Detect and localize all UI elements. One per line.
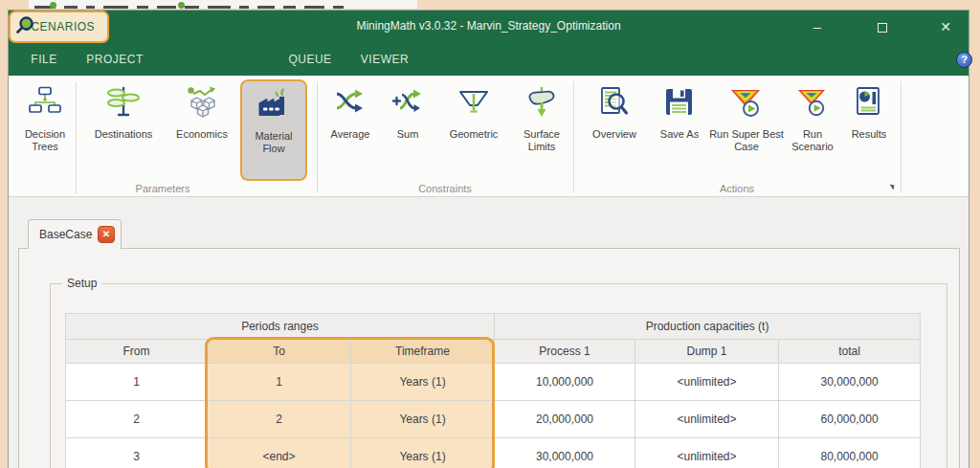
ribbon-group-parameters: Decision Trees Destinations bbox=[9, 76, 317, 197]
material-flow-label: Material Flow bbox=[244, 130, 303, 155]
cell-process-1[interactable]: 10,000,000 bbox=[495, 364, 635, 401]
save-as-label: Save As bbox=[660, 128, 699, 141]
table-row: 3 <end> Years (1) 30,000,000 <unlimited>… bbox=[66, 438, 921, 468]
maximize-icon bbox=[878, 23, 887, 33]
ribbon-separator bbox=[76, 81, 77, 194]
periods-capacities-grid: Periods ranges Production capacities (t)… bbox=[65, 313, 921, 468]
surface-limits-label: Surface Limits bbox=[512, 128, 571, 153]
tab-basecase-label: BaseCase bbox=[39, 220, 92, 249]
column-header-dump-1: Dump 1 bbox=[635, 340, 779, 364]
destinations-button[interactable]: Destinations bbox=[83, 81, 164, 189]
maximize-button[interactable] bbox=[858, 12, 906, 41]
cell-to[interactable]: <end> bbox=[208, 438, 351, 468]
geometric-label: Geometric bbox=[450, 128, 499, 141]
overview-document-icon bbox=[597, 85, 632, 123]
destinations-signpost-icon bbox=[106, 85, 141, 123]
close-button[interactable]: ✕ bbox=[924, 12, 968, 41]
overview-label: Overview bbox=[592, 128, 636, 141]
setup-groupbox: Setup Periods ranges Production capaciti… bbox=[50, 283, 947, 468]
app-window: MiningMath v3.0.32 - Marvin_Strategy_Opt… bbox=[8, 10, 969, 468]
menu-queue[interactable]: QUEUE bbox=[280, 43, 340, 76]
cell-dump-1[interactable]: <unlimited> bbox=[635, 364, 779, 401]
overview-button[interactable]: Overview bbox=[581, 81, 648, 189]
table-row: 1 1 Years (1) 10,000,000 <unlimited> 30,… bbox=[66, 364, 921, 401]
menu-project[interactable]: PROJECT bbox=[79, 43, 150, 76]
average-arrows-icon bbox=[333, 85, 368, 123]
group-label-actions: Actions bbox=[573, 183, 901, 194]
background-favicon-dot bbox=[50, 2, 56, 9]
setup-legend: Setup bbox=[62, 277, 101, 290]
tab-page-basecase: Setup Periods ranges Production capaciti… bbox=[18, 248, 960, 468]
run-super-best-case-icon bbox=[729, 85, 764, 123]
group-label-constraints: Constraints bbox=[317, 183, 573, 194]
surface-limits-button[interactable]: Surface Limits bbox=[512, 81, 571, 189]
economics-button[interactable]: Economics bbox=[166, 81, 238, 189]
economics-cubes-icon bbox=[185, 85, 219, 123]
menu-file[interactable]: FILE bbox=[16, 43, 72, 76]
ribbon-group-actions: Overview Save As bbox=[573, 76, 901, 197]
column-header-process-1: Process 1 bbox=[495, 340, 635, 364]
ribbon-group-separator bbox=[901, 81, 902, 193]
sum-button[interactable]: Sum bbox=[384, 81, 432, 189]
group-label-parameters: Parameters bbox=[9, 183, 317, 194]
geometric-funnel-icon bbox=[457, 85, 491, 123]
results-button[interactable]: Results bbox=[839, 81, 899, 189]
cell-from[interactable]: 2 bbox=[66, 401, 208, 438]
cell-to[interactable]: 1 bbox=[208, 364, 351, 401]
cell-timeframe[interactable]: Years (1) bbox=[351, 364, 495, 401]
run-super-best-case-button[interactable]: Run Super Best Case bbox=[709, 81, 784, 189]
run-scenario-label: Run Scenario bbox=[784, 128, 841, 153]
background-favicon-dot bbox=[178, 2, 185, 9]
average-label: Average bbox=[331, 128, 370, 141]
cell-to[interactable]: 2 bbox=[208, 401, 351, 438]
cell-from[interactable]: 3 bbox=[66, 438, 208, 468]
title-bar: MiningMath v3.0.32 - Marvin_Strategy_Opt… bbox=[9, 11, 969, 76]
cell-process-1[interactable]: 30,000,000 bbox=[495, 438, 635, 468]
destinations-label: Destinations bbox=[95, 128, 153, 141]
run-super-best-case-label: Run Super Best Case bbox=[709, 128, 784, 153]
run-scenario-icon bbox=[795, 85, 830, 123]
cell-timeframe[interactable]: Years (1) bbox=[351, 438, 495, 468]
column-header-from: From bbox=[66, 340, 208, 364]
sum-label: Sum bbox=[397, 128, 419, 141]
run-scenario-button[interactable]: Run Scenario bbox=[784, 81, 841, 189]
cell-from[interactable]: 1 bbox=[66, 364, 208, 401]
table-row: 2 2 Years (1) 20,000,000 <unlimited> 60,… bbox=[66, 401, 921, 438]
save-as-floppy-icon bbox=[662, 85, 697, 123]
cell-dump-1[interactable]: <unlimited> bbox=[635, 438, 779, 468]
tab-basecase[interactable]: BaseCase ✕ bbox=[28, 219, 122, 249]
results-label: Results bbox=[852, 128, 887, 141]
material-flow-factory-icon bbox=[256, 87, 291, 125]
minimize-button[interactable]: – bbox=[793, 12, 841, 41]
save-as-button[interactable]: Save As bbox=[650, 81, 709, 189]
ribbon-toolbar: Decision Trees Destinations bbox=[9, 76, 969, 197]
cell-timeframe[interactable]: Years (1) bbox=[351, 401, 495, 438]
decision-trees-button[interactable]: Decision Trees bbox=[15, 81, 75, 189]
material-flow-button-highlighted[interactable]: Material Flow bbox=[240, 79, 307, 181]
cell-total[interactable]: 80,000,000 bbox=[779, 438, 921, 468]
column-header-timeframe: Timeframe bbox=[351, 340, 495, 364]
sum-arrows-icon bbox=[390, 85, 425, 123]
help-icon[interactable]: ? bbox=[956, 52, 972, 68]
column-header-total: total bbox=[779, 340, 921, 364]
ribbon-group-constraints: Average Sum bbox=[317, 76, 573, 197]
surface-limits-icon bbox=[524, 85, 559, 123]
economics-label: Economics bbox=[176, 128, 228, 141]
column-group-periods-ranges: Periods ranges bbox=[66, 314, 495, 340]
results-report-icon bbox=[852, 85, 886, 123]
column-header-to: To bbox=[208, 340, 351, 364]
cell-process-1[interactable]: 20,000,000 bbox=[495, 401, 635, 438]
tab-close-icon[interactable]: ✕ bbox=[98, 226, 115, 243]
decision-trees-label: Decision Trees bbox=[15, 128, 75, 153]
cell-dump-1[interactable]: <unlimited> bbox=[635, 401, 779, 438]
cell-total[interactable]: 30,000,000 bbox=[779, 364, 921, 401]
column-group-production-capacities: Production capacities (t) bbox=[495, 314, 921, 340]
actions-dialog-launcher-icon[interactable] bbox=[889, 185, 895, 190]
decision-trees-icon bbox=[28, 85, 62, 123]
menu-viewer[interactable]: VIEWER bbox=[351, 43, 418, 76]
background-window-remnant bbox=[29, 0, 417, 9]
average-button[interactable]: Average bbox=[321, 81, 380, 189]
cell-total[interactable]: 60,000,000 bbox=[779, 401, 921, 438]
geometric-button[interactable]: Geometric bbox=[435, 81, 512, 189]
